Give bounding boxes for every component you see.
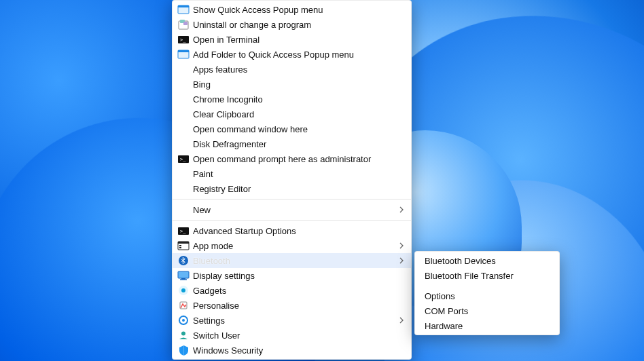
menu-item-label: Advanced Startup Options [190, 226, 397, 236]
app-mode-icon [177, 242, 190, 250]
personalise-icon [177, 301, 190, 310]
menu-item-label: Windows Security [190, 345, 397, 356]
menu-item-add-folder-to-quick-access-popup-menu[interactable]: Add Folder to Quick Access Popup menu [173, 47, 411, 62]
svg-rect-4 [183, 22, 187, 25]
terminal-icon: >_ [177, 36, 190, 43]
menu-item-label: Open in Terminal [190, 35, 397, 45]
menu-item-switch-user[interactable]: Switch User [173, 328, 411, 343]
menu-item-label: Open command window here [190, 124, 397, 134]
window-icon [177, 5, 190, 14]
menu-item-app-mode[interactable]: App mode [173, 238, 411, 253]
menu-item-display-settings[interactable]: Display settings [173, 268, 411, 283]
submenu-arrow-icon [397, 317, 406, 324]
menu-item-label: Add Folder to Quick Access Popup menu [190, 50, 397, 60]
svg-rect-14 [178, 242, 189, 244]
menu-item-label: Registry Editor [190, 184, 397, 194]
submenu-item-label: Options [425, 291, 455, 301]
menu-item-disk-defragmenter[interactable]: Disk Defragmenter [173, 136, 411, 151]
menu-item-label: Chrome Incognito [190, 94, 397, 104]
gadgets-icon [177, 286, 190, 295]
submenu-item-label: Bluetooth Devices [425, 256, 496, 266]
svg-rect-20 [180, 279, 187, 280]
submenu-item-options[interactable]: Options [415, 288, 559, 303]
menu-separator [173, 220, 411, 221]
submenu-separator [415, 283, 559, 288]
menu-item-label: Gadgets [190, 286, 397, 296]
menu-item-open-in-terminal[interactable]: >_Open in Terminal [173, 32, 411, 47]
menu-item-new[interactable]: New [173, 202, 411, 217]
display-icon [177, 271, 190, 280]
submenu-item-com-ports[interactable]: COM Ports [415, 303, 559, 318]
svg-rect-19 [181, 278, 185, 280]
menu-item-label: Apps features [190, 64, 397, 75]
terminal-icon: >_ [177, 155, 190, 163]
menu-item-settings[interactable]: Settings [173, 313, 411, 328]
settings-icon [177, 316, 190, 325]
menu-item-label: Paint [190, 169, 397, 179]
menu-item-bluetooth[interactable]: Bluetooth [173, 253, 411, 268]
submenu-arrow-icon [397, 206, 406, 213]
svg-rect-8 [178, 50, 189, 52]
context-menu[interactable]: Show Quick Access Popup menuUninstall or… [172, 0, 412, 360]
svg-point-17 [179, 256, 188, 265]
menu-item-chrome-incognito[interactable]: Chrome Incognito [173, 92, 411, 107]
menu-item-label: Personalise [190, 301, 397, 311]
svg-text:>_: >_ [180, 229, 186, 234]
menu-item-label: App mode [190, 241, 397, 251]
submenu-item-bluetooth-devices[interactable]: Bluetooth Devices [415, 253, 559, 268]
submenu-arrow-icon [397, 257, 406, 264]
svg-rect-16 [179, 247, 181, 248]
menu-item-paint[interactable]: Paint [173, 166, 411, 181]
svg-rect-1 [178, 5, 189, 7]
window-icon [177, 50, 190, 58]
menu-item-advanced-startup-options[interactable]: >_Advanced Startup Options [173, 223, 411, 238]
submenu-item-label: Hardware [425, 321, 463, 331]
menu-item-label: Display settings [190, 271, 397, 281]
menu-item-label: Disk Defragmenter [190, 139, 397, 149]
menu-item-uninstall-or-change-a-program[interactable]: Uninstall or change a program [173, 17, 411, 32]
menu-item-open-command-prompt-here-as-administrator[interactable]: >_Open command prompt here as administra… [173, 151, 411, 166]
menu-item-label: Bluetooth [190, 256, 397, 266]
menu-item-label: Switch User [190, 330, 397, 341]
submenu-item-label: Bluetooth File Transfer [425, 271, 514, 281]
terminal-icon: >_ [177, 227, 190, 235]
menu-item-bing[interactable]: Bing [173, 77, 411, 92]
svg-text:>_: >_ [180, 157, 186, 162]
svg-text:>_: >_ [180, 37, 186, 43]
menu-item-windows-security[interactable]: Windows Security [173, 343, 411, 358]
svg-point-30 [181, 332, 185, 336]
menu-item-show-quick-access-popup-menu[interactable]: Show Quick Access Popup menu [173, 2, 411, 17]
bluetooth-submenu[interactable]: Bluetooth DevicesBluetooth File Transfer… [414, 251, 560, 335]
svg-point-22 [181, 288, 185, 292]
menu-item-open-command-window-here[interactable]: Open command window here [173, 121, 411, 136]
bluetooth-icon [177, 256, 190, 265]
menu-item-apps-features[interactable]: Apps features [173, 62, 411, 77]
menu-item-gadgets[interactable]: Gadgets [173, 283, 411, 298]
menu-item-label: Open command prompt here as administrato… [190, 154, 397, 164]
svg-rect-15 [179, 245, 181, 246]
svg-rect-18 [178, 271, 189, 278]
menu-item-registry-editor[interactable]: Registry Editor [173, 181, 411, 196]
menu-item-label: Clear Clipboard [190, 109, 397, 119]
submenu-item-label: COM Ports [425, 306, 468, 316]
submenu-arrow-icon [397, 242, 406, 249]
menu-item-label: Show Quick Access Popup menu [190, 5, 397, 15]
menu-item-personalise[interactable]: Personalise [173, 298, 411, 313]
menu-item-label: New [190, 205, 397, 215]
submenu-item-hardware[interactable]: Hardware [415, 318, 559, 333]
menu-separator [173, 199, 411, 200]
menu-item-label: Bing [190, 79, 397, 90]
menu-item-clear-clipboard[interactable]: Clear Clipboard [173, 107, 411, 121]
security-icon [177, 345, 190, 356]
submenu-item-bluetooth-file-transfer[interactable]: Bluetooth File Transfer [415, 268, 559, 283]
menu-item-label: Settings [190, 316, 397, 326]
svg-point-25 [182, 319, 185, 322]
menu-item-label: Uninstall or change a program [190, 20, 397, 30]
programs-icon [177, 20, 190, 29]
switch-user-icon [177, 330, 190, 340]
